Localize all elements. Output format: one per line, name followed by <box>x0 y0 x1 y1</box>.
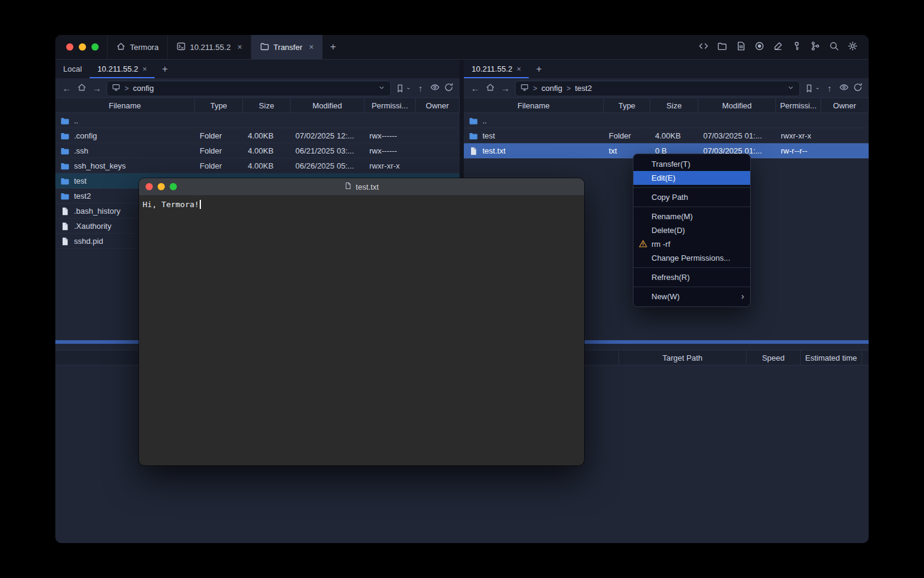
upload-button[interactable]: ↑ <box>415 83 426 93</box>
log-icon[interactable] <box>736 41 746 54</box>
settings-gear-icon[interactable] <box>848 41 858 54</box>
tab-remote-host[interactable]: 10.211.55.2 × <box>464 60 529 78</box>
maximize-window-button[interactable] <box>91 43 99 51</box>
menu-item-rm-rf[interactable]: rm -rf <box>633 237 750 251</box>
folder-icon[interactable] <box>717 41 727 54</box>
tab-remote-host[interactable]: 10.211.55.2 × <box>90 60 155 78</box>
minimize-window-button[interactable] <box>79 43 86 51</box>
forward-button[interactable]: → <box>91 83 102 93</box>
file-icon <box>344 182 352 191</box>
refresh-icon[interactable] <box>444 82 454 95</box>
close-window-button[interactable] <box>146 183 153 190</box>
chevron-down-icon[interactable] <box>787 84 795 93</box>
file-row[interactable]: .sshFolder4.00KB06/21/2025 03:...rwx----… <box>55 143 460 158</box>
column-header[interactable]: Owner <box>821 98 869 113</box>
eraser-icon[interactable] <box>773 41 783 54</box>
menu-item-delete[interactable]: Delete(D) <box>633 223 750 237</box>
column-header[interactable]: Modified <box>698 98 776 113</box>
file-row[interactable]: testFolder4.00KB07/03/2025 01:...rwxr-xr… <box>464 128 869 143</box>
bookmark-button[interactable] <box>395 84 411 93</box>
tab-label: 10.211.55.2 <box>97 64 138 73</box>
home-button[interactable] <box>485 82 496 94</box>
column-header[interactable]: Permissi... <box>365 98 416 113</box>
home-button[interactable] <box>76 82 87 94</box>
column-header[interactable]: Modified <box>291 98 365 113</box>
folder-icon <box>60 161 70 171</box>
close-tab-icon[interactable]: × <box>143 64 147 73</box>
column-header[interactable]: Owner <box>416 98 460 113</box>
close-tab-icon[interactable]: × <box>309 42 314 52</box>
path-segment[interactable]: config <box>133 84 154 93</box>
file-row[interactable]: .. <box>55 113 460 128</box>
close-tab-icon[interactable]: × <box>517 64 522 73</box>
column-header[interactable]: Size <box>243 98 291 113</box>
path-field[interactable]: > config > test2 <box>515 81 800 96</box>
folder-icon <box>60 131 70 141</box>
submenu-chevron-icon: › <box>741 290 744 303</box>
file-modified-cell: 07/03/2025 01:... <box>698 131 776 140</box>
back-button[interactable]: ← <box>61 83 72 93</box>
filename-label: test <box>74 176 87 185</box>
tab-transfer[interactable]: Transfer × <box>251 35 322 59</box>
column-header[interactable]: Permissi... <box>776 98 821 113</box>
column-header[interactable]: Filename <box>55 98 195 113</box>
column-header[interactable]: Target Path <box>618 350 746 365</box>
branch-icon[interactable] <box>810 41 821 54</box>
editor-titlebar[interactable]: test.txt <box>139 178 584 196</box>
tab-label: 10.211.55.2 <box>190 43 231 52</box>
forward-button[interactable]: → <box>500 83 511 93</box>
new-tab-button[interactable]: + <box>322 35 344 59</box>
column-header[interactable]: Speed <box>746 350 800 365</box>
new-panel-tab-button[interactable]: + <box>529 60 549 78</box>
file-icon <box>60 237 70 246</box>
upload-button[interactable]: ↑ <box>824 83 835 93</box>
close-window-button[interactable] <box>66 43 73 51</box>
file-modified-cell: 06/21/2025 03:... <box>291 146 365 155</box>
menu-item-rename[interactable]: Rename(M) <box>633 210 750 223</box>
filename-label: test2 <box>74 191 91 200</box>
menu-item-copy-path[interactable]: Copy Path <box>633 190 750 204</box>
column-header[interactable]: Type <box>604 98 650 113</box>
column-header[interactable]: Type <box>195 98 243 113</box>
path-segment[interactable]: config <box>541 84 562 93</box>
menu-item-refresh[interactable]: Refresh(R) <box>633 270 750 284</box>
column-header[interactable]: Estimated time <box>800 350 861 365</box>
filename-cell: test <box>464 131 604 141</box>
code-icon[interactable] <box>698 41 709 54</box>
file-row[interactable]: .configFolder4.00KB07/02/2025 12:...rwx-… <box>55 128 460 143</box>
file-icon <box>60 207 70 216</box>
back-button[interactable]: ← <box>470 83 481 93</box>
file-row[interactable]: ssh_host_keysFolder4.00KB06/26/2025 05:.… <box>55 158 460 173</box>
tab-local[interactable]: Local <box>55 60 90 78</box>
show-hidden-eye-icon[interactable] <box>839 82 849 95</box>
menu-item-edit[interactable]: Edit(E) <box>633 171 750 185</box>
editor-text-area[interactable]: Hi, Termora! <box>139 196 584 465</box>
column-header[interactable]: Size <box>650 98 698 113</box>
key-icon[interactable] <box>792 41 802 54</box>
refresh-icon[interactable] <box>853 82 863 95</box>
path-field[interactable]: > config <box>106 81 391 96</box>
file-permissions-cell: rwx------ <box>365 131 416 140</box>
chevron-down-icon[interactable] <box>378 84 386 93</box>
window-controls <box>55 35 107 59</box>
maximize-window-button[interactable] <box>170 183 177 190</box>
chevron-down-icon <box>815 86 820 91</box>
filename-label: test <box>482 131 495 140</box>
path-segment[interactable]: test2 <box>575 84 592 93</box>
show-hidden-eye-icon[interactable] <box>430 82 440 95</box>
tab-termora[interactable]: Termora <box>107 35 167 59</box>
column-header[interactable]: Filename <box>464 98 604 113</box>
menu-item-change-permissions[interactable]: Change Permissions... <box>633 251 750 265</box>
bookmark-button[interactable] <box>804 84 820 93</box>
computer-icon <box>112 83 120 93</box>
file-icon <box>469 146 478 156</box>
minimize-window-button[interactable] <box>158 183 165 190</box>
new-panel-tab-button[interactable]: + <box>155 60 174 78</box>
menu-item-new[interactable]: New(W) › <box>633 290 750 303</box>
record-icon[interactable] <box>754 41 765 54</box>
search-icon[interactable] <box>829 41 839 54</box>
tab-host[interactable]: 10.211.55.2 × <box>167 35 251 59</box>
close-tab-icon[interactable]: × <box>237 42 242 52</box>
menu-item-transfer[interactable]: Transfer(T) <box>633 157 750 171</box>
file-row[interactable]: .. <box>464 113 869 128</box>
